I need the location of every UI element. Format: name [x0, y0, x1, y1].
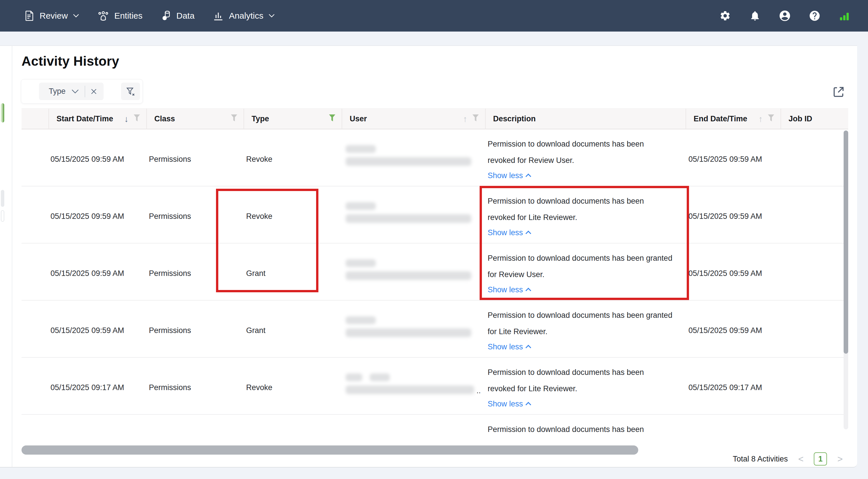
filter-funnel-icon[interactable]: [134, 115, 140, 123]
sort-descending-icon[interactable]: ↓: [124, 115, 128, 123]
table-header: Start Date/Time↓ClassTypeUser↑Descriptio…: [22, 108, 848, 129]
start-date-cell: 05/15/2025 09:59 AM: [51, 269, 124, 278]
activity-history-screen: ReviewEntitiesDataAnalytics: [0, 0, 868, 479]
description-text: revoked for Lite Reviewer.: [488, 384, 577, 393]
filter-toolbar: Type: [21, 79, 143, 103]
page-title: Activity History: [22, 53, 119, 69]
top-navbar: ReviewEntitiesDataAnalytics: [0, 0, 868, 32]
description-text: for Lite Reviewer.: [488, 327, 548, 336]
left-rail-tab[interactable]: [1, 210, 4, 222]
show-less-link[interactable]: Show less: [488, 400, 531, 409]
chevron-down-icon: [269, 14, 275, 18]
description-text: revoked for Review User.: [488, 156, 574, 165]
document-icon: [25, 10, 34, 21]
remove-filter-icon[interactable]: [91, 89, 97, 94]
table-row: 05/15/2025 09:59 AMPermissionsRevokePerm…: [22, 186, 848, 244]
sort-ascending-icon[interactable]: ↑: [758, 115, 763, 123]
description-text: Permission to download documents has bee…: [488, 311, 672, 320]
user-name-redacted: [346, 316, 376, 324]
export-button[interactable]: [830, 83, 847, 100]
column-header-select[interactable]: [22, 109, 49, 129]
nav-item-data[interactable]: Data: [161, 10, 194, 21]
user-truncation-ellipsis: ..: [476, 386, 481, 395]
chip-divider: [85, 86, 85, 97]
nav-item-label: Analytics: [229, 11, 263, 21]
total-activities-label: Total 8 Activities: [733, 455, 788, 464]
table-row: 05/15/2025 09:17 AMPermissionsRevoke..Pe…: [22, 358, 848, 415]
start-date-cell: 05/15/2025 09:59 AM: [51, 212, 124, 221]
user-email-redacted: [346, 214, 471, 223]
user-email-redacted: [346, 328, 471, 337]
previous-page-icon[interactable]: <: [797, 454, 805, 465]
current-page-button[interactable]: 1: [814, 452, 827, 466]
show-less-link[interactable]: Show less: [488, 171, 531, 180]
start-date-cell: 05/15/2025 09:17 AM: [51, 383, 124, 392]
show-less-link[interactable]: Show less: [488, 343, 531, 351]
class-cell: Permissions: [149, 269, 191, 278]
column-header-icons: [329, 115, 335, 123]
show-less-label: Show less: [488, 343, 523, 351]
filter-funnel-icon[interactable]: [768, 115, 774, 123]
nav-utility-icons: [719, 0, 851, 32]
left-rail-tab-active[interactable]: [1, 103, 4, 123]
description-text: Permission to download documents has bee…: [488, 425, 644, 434]
column-header-class[interactable]: Class: [146, 109, 244, 129]
description-text: Permission to download documents has bee…: [488, 368, 644, 377]
settings-gear-icon[interactable]: [719, 9, 732, 22]
column-header-job[interactable]: Job ID: [780, 109, 848, 129]
next-page-icon[interactable]: >: [836, 454, 844, 465]
chevron-up-icon: [526, 402, 531, 408]
horizontal-scrollbar-thumb[interactable]: [22, 445, 638, 455]
vertical-scrollbar-track[interactable]: [844, 130, 848, 429]
column-header-desc[interactable]: Description: [485, 109, 686, 129]
show-less-label: Show less: [488, 171, 523, 180]
nav-item-review[interactable]: Review: [25, 10, 79, 21]
column-header-label: Type: [252, 115, 269, 123]
table-row: 05/15/2025 09:59 AMPermissionsRevokePerm…: [22, 129, 848, 186]
user-name-redacted: [346, 145, 376, 153]
column-header-type[interactable]: Type: [244, 109, 342, 129]
column-header-icons: ↑: [463, 115, 479, 123]
filter-chip-label: Type: [49, 87, 66, 96]
class-cell: Permissions: [149, 155, 191, 164]
account-user-icon[interactable]: [778, 9, 791, 22]
chevron-up-icon: [526, 345, 531, 351]
chevron-down-icon[interactable]: [71, 89, 79, 94]
user-email-redacted: [346, 272, 471, 280]
type-filter-chip[interactable]: Type: [39, 83, 103, 100]
class-cell: Permissions: [149, 212, 191, 221]
notifications-bell-icon[interactable]: [749, 9, 761, 22]
start-date-cell: 05/15/2025 09:59 AM: [51, 155, 124, 164]
nav-item-label: Data: [177, 11, 194, 21]
end-date-cell: 05/15/2025 09:59 AM: [688, 326, 762, 335]
user-name-redacted: [346, 202, 376, 210]
filter-funnel-icon[interactable]: [231, 115, 237, 123]
clear-all-filters-button[interactable]: [121, 83, 140, 100]
connection-status-icon[interactable]: [838, 9, 851, 22]
pagination: Total 8 Activities < 1 >: [733, 452, 844, 466]
help-icon[interactable]: [808, 9, 821, 22]
sort-ascending-icon[interactable]: ↑: [463, 115, 467, 123]
analytics-icon: [213, 11, 224, 21]
left-rail-tab[interactable]: [1, 190, 4, 207]
column-header-end[interactable]: End Date/Time↑: [686, 109, 780, 129]
filter-funnel-icon-active[interactable]: [329, 115, 335, 123]
table-row: 05/15/2025 09:59 AMPermissionsGrantPermi…: [22, 300, 848, 358]
table-rows: 05/15/2025 09:59 AMPermissionsRevokePerm…: [22, 129, 848, 445]
column-header-icons: ↓: [124, 115, 140, 123]
export-icon: [832, 85, 846, 99]
entities-icon: [97, 11, 109, 21]
table-row: 05/15/2025 09:59 AMPermissionsGrantPermi…: [22, 244, 848, 300]
nav-item-entities[interactable]: Entities: [97, 11, 142, 21]
column-header-start[interactable]: Start Date/Time↓: [49, 109, 146, 129]
user-name-redacted: [346, 259, 376, 267]
vertical-scrollbar-thumb[interactable]: [844, 130, 848, 354]
start-date-cell: 05/15/2025 09:59 AM: [51, 326, 124, 335]
filter-funnel-icon[interactable]: [472, 115, 479, 123]
nav-menu: ReviewEntitiesDataAnalytics: [0, 10, 275, 21]
column-header-user[interactable]: User↑: [342, 109, 485, 129]
table-row-partial: Permission to download documents has bee…: [22, 415, 848, 445]
nav-item-analytics[interactable]: Analytics: [213, 11, 275, 21]
end-date-cell: 05/15/2025 09:59 AM: [688, 212, 762, 221]
chevron-up-icon: [526, 173, 531, 179]
